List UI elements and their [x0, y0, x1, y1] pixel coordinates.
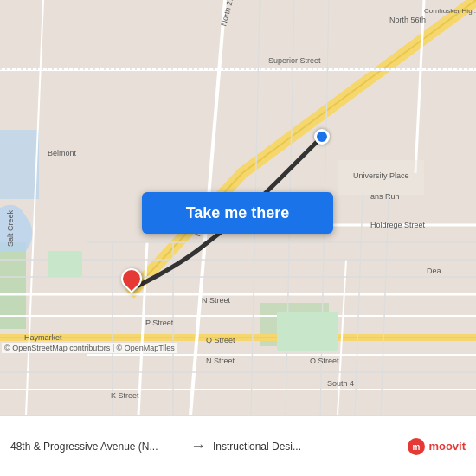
n-street-label: N Street: [202, 296, 230, 305]
arrow-icon: →: [190, 437, 206, 455]
map-attribution: © OpenStreetMap contributors | © OpenMap…: [2, 343, 177, 353]
map-container: Superior Street North 27th Street North …: [0, 0, 476, 415]
superior-street-label: Superior Street: [268, 56, 321, 65]
n-street-label2: N Street: [206, 357, 235, 365]
cornhusker-label: Cornhusker Hig...: [424, 7, 476, 15]
salt-creek-label: Salt Creek: [6, 210, 15, 247]
moovit-logo-icon: m: [407, 437, 426, 456]
bottom-bar: 48th & Progressive Avenue (N... → Instru…: [0, 415, 476, 476]
svg-text:m: m: [413, 442, 421, 452]
start-marker: [314, 129, 330, 145]
haymarket-label: Haymarket: [24, 333, 62, 342]
take-me-there-button[interactable]: Take me there: [142, 192, 333, 234]
destination-label: Instructional Desi...: [213, 441, 369, 453]
holdrege-label: Holdrege Street: [370, 221, 425, 229]
south4-label: South 4: [327, 379, 354, 388]
q-street-label: Q Street: [206, 336, 235, 344]
belmont-label: Belmont: [48, 149, 76, 158]
university-place-label: University Place: [353, 171, 409, 180]
ans-run-label: ans Run: [370, 192, 400, 201]
p-street-label: P Street: [145, 318, 173, 327]
k-street-label: K Street: [111, 391, 139, 400]
dea-label: Dea...: [427, 267, 447, 275]
destination-marker: [121, 268, 142, 289]
svg-rect-29: [277, 312, 338, 351]
n56th-label: North 56th: [389, 16, 426, 24]
svg-rect-30: [48, 251, 82, 277]
origin-label: 48th & Progressive Avenue (N...: [10, 441, 183, 453]
svg-rect-2: [0, 130, 39, 199]
o-street-label: O Street: [310, 357, 339, 365]
moovit-logo: m moovit: [407, 437, 466, 456]
moovit-text: moovit: [428, 440, 466, 453]
